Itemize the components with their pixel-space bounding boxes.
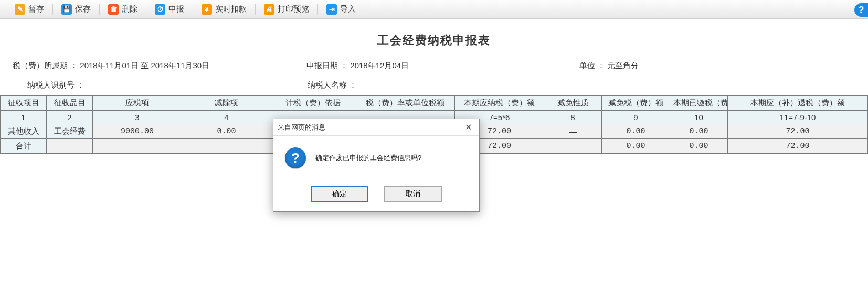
f-c3: 3 bbox=[93, 111, 182, 124]
d-c9: 0.00 bbox=[602, 124, 670, 139]
toolbar-separator bbox=[317, 4, 318, 15]
cancel-button[interactable]: 取消 bbox=[384, 186, 442, 202]
th-c10: 本期已缴税（费）额 bbox=[670, 96, 728, 111]
declare-date-value: 2018年12月04日 bbox=[350, 61, 409, 70]
d-c8: — bbox=[544, 124, 602, 139]
t-c11: 72.00 bbox=[728, 139, 868, 154]
f-c4: 4 bbox=[182, 111, 271, 124]
help-icon[interactable]: ? bbox=[854, 3, 868, 17]
d-c2: 工会经费 bbox=[47, 124, 93, 139]
dialog-title: 来自网页的消息 bbox=[278, 123, 325, 132]
d-c3[interactable]: 9000.00 bbox=[93, 124, 182, 139]
declare-date-label: 申报日期 ： bbox=[306, 61, 348, 70]
toolbar-separator bbox=[255, 4, 256, 15]
dialog-footer: 确定 取消 bbox=[273, 181, 479, 211]
d-c11: 72.00 bbox=[728, 124, 868, 139]
dialog-titlebar: 来自网页的消息 ✕ bbox=[273, 119, 479, 136]
toolbar-separator bbox=[193, 4, 193, 15]
period-label: 税（费）所属期 ： bbox=[13, 61, 78, 70]
th-c11: 本期应（补）退税（费）额 bbox=[728, 96, 868, 111]
close-icon[interactable]: ✕ bbox=[463, 122, 474, 132]
delete-icon: 🗑 bbox=[108, 4, 119, 15]
deduct-button[interactable]: ¥ 实时扣款 bbox=[196, 4, 252, 15]
stash-button[interactable]: ✎ 暂存 bbox=[9, 4, 49, 15]
taxno-label: 纳税人识别号 ： bbox=[27, 80, 84, 89]
dialog-message: 确定作废已申报的工会经费信息吗? bbox=[315, 153, 421, 163]
deduct-label: 实时扣款 bbox=[215, 4, 247, 14]
declare-label: 申报 bbox=[168, 4, 184, 14]
meta-row-2: 纳税人识别号 ： 纳税人名称 ： bbox=[0, 80, 868, 95]
print-label: 打印预览 bbox=[278, 4, 309, 14]
dialog-body: ? 确定作废已申报的工会经费信息吗? bbox=[273, 136, 479, 181]
th-c3: 应税项 bbox=[93, 96, 182, 111]
import-label: 导入 bbox=[340, 4, 356, 14]
deduct-icon: ¥ bbox=[202, 4, 212, 15]
declare-icon: ⏱ bbox=[155, 4, 165, 15]
meta-row-1: 税（费）所属期 ： 2018年11月01日 至 2018年11月30日 申报日期… bbox=[0, 61, 868, 75]
t-c3: — bbox=[93, 139, 182, 154]
f-c1: 1 bbox=[1, 111, 47, 124]
confirm-dialog: 来自网页的消息 ✕ ? 确定作废已申报的工会经费信息吗? 确定 取消 bbox=[273, 119, 480, 212]
unit-value: 元至角分 bbox=[607, 61, 639, 70]
th-c6: 税（费）率或单位税额 bbox=[355, 96, 455, 111]
ok-button[interactable]: 确定 bbox=[311, 186, 368, 202]
t-c9: 0.00 bbox=[602, 139, 670, 154]
f-c9: 9 bbox=[602, 111, 670, 124]
print-icon: 🖨 bbox=[264, 4, 274, 15]
delete-button[interactable]: 🗑 删除 bbox=[103, 4, 143, 15]
t-c2: — bbox=[47, 139, 93, 154]
th-c4: 减除项 bbox=[182, 96, 271, 111]
f-c10: 10 bbox=[670, 111, 728, 124]
unit-label: 单位 ： bbox=[579, 61, 605, 70]
th-c5: 计税（费）依据 bbox=[271, 96, 355, 111]
print-button[interactable]: 🖨 打印预览 bbox=[259, 4, 314, 15]
t-c8: — bbox=[544, 139, 602, 154]
th-c7: 本期应纳税（费）额 bbox=[455, 96, 544, 111]
question-icon: ? bbox=[285, 147, 306, 168]
toolbar-separator bbox=[52, 4, 53, 15]
d-c4[interactable]: 0.00 bbox=[182, 124, 271, 139]
f-c11: 11=7-9-10 bbox=[728, 111, 868, 124]
save-icon: 💾 bbox=[61, 4, 72, 15]
save-label: 保存 bbox=[75, 4, 91, 14]
declare-button[interactable]: ⏱ 申报 bbox=[150, 4, 189, 15]
page-title: 工会经费纳税申报表 bbox=[0, 33, 868, 48]
stash-label: 暂存 bbox=[28, 4, 44, 14]
toolbar-separator bbox=[146, 4, 146, 15]
th-c8: 减免性质 bbox=[544, 96, 602, 111]
th-c1: 征收项目 bbox=[1, 96, 47, 111]
import-button[interactable]: ⇥ 导入 bbox=[321, 4, 361, 15]
table-header-row: 征收项目 征收品目 应税项 减除项 计税（费）依据 税（费）率或单位税额 本期应… bbox=[1, 96, 868, 111]
th-c2: 征收品目 bbox=[47, 96, 93, 111]
th-c9: 减免税（费）额 bbox=[602, 96, 670, 111]
t-c4: — bbox=[182, 139, 271, 154]
f-c8: 8 bbox=[544, 111, 602, 124]
period-value: 2018年11月01日 至 2018年11月30日 bbox=[80, 61, 209, 70]
t-c10: 0.00 bbox=[670, 139, 728, 154]
taxname-label: 纳税人名称 ： bbox=[308, 80, 357, 89]
t-c1: 合计 bbox=[1, 139, 47, 154]
delete-label: 删除 bbox=[122, 4, 137, 14]
save-button[interactable]: 💾 保存 bbox=[56, 4, 96, 15]
toolbar-separator bbox=[99, 4, 100, 15]
f-c2: 2 bbox=[47, 111, 93, 124]
d-c1: 其他收入 bbox=[1, 124, 47, 139]
import-icon: ⇥ bbox=[326, 4, 337, 15]
stash-icon: ✎ bbox=[15, 4, 25, 15]
toolbar: ✎ 暂存 💾 保存 🗑 删除 ⏱ 申报 ¥ 实时扣款 🖨 打印预览 ⇥ 导入 bbox=[0, 0, 868, 19]
d-c10: 0.00 bbox=[670, 124, 728, 139]
